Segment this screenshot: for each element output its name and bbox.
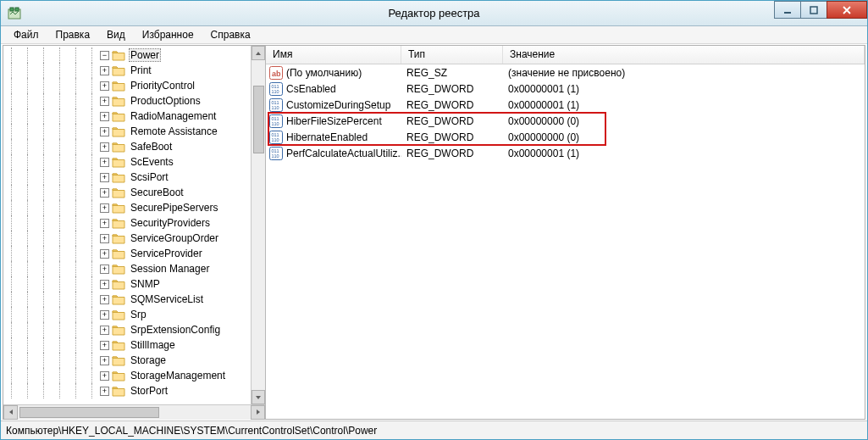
tree-expander-icon[interactable] bbox=[100, 295, 109, 304]
tree-node[interactable]: PriorityControl bbox=[3, 78, 251, 93]
tree-node-label: ScEvents bbox=[129, 156, 175, 168]
tree-node[interactable]: Srp bbox=[3, 307, 251, 322]
column-header-name[interactable]: Имя bbox=[266, 46, 401, 64]
tree-node[interactable]: SrpExtensionConfig bbox=[3, 322, 251, 337]
menu-file[interactable]: Файл bbox=[6, 27, 47, 42]
folder-icon bbox=[112, 232, 125, 244]
tree-expander-icon[interactable] bbox=[100, 234, 109, 243]
value-row[interactable]: HiberFileSizePercentREG_DWORD0x00000000 … bbox=[266, 113, 865, 129]
app-icon bbox=[8, 7, 21, 20]
scroll-right-arrow-icon[interactable] bbox=[251, 405, 265, 420]
tree-expander-icon[interactable] bbox=[100, 371, 109, 381]
svg-rect-1 bbox=[10, 8, 14, 11]
tree-node[interactable]: Power bbox=[3, 47, 251, 63]
tree-node[interactable]: ServiceProvider bbox=[3, 246, 251, 261]
tree-expander-icon[interactable] bbox=[100, 51, 109, 60]
tree-node[interactable]: SNMP bbox=[3, 276, 251, 292]
tree-node-label: SecureBoot bbox=[129, 187, 185, 198]
tree-node[interactable]: StorPort bbox=[3, 383, 251, 398]
binary-value-icon bbox=[269, 82, 283, 96]
tree-expander-icon[interactable] bbox=[100, 97, 109, 106]
tree-expander-icon[interactable] bbox=[100, 387, 109, 396]
tree-vertical-scrollbar[interactable] bbox=[251, 46, 265, 404]
tree-expander-icon[interactable] bbox=[100, 158, 109, 167]
tree-node[interactable]: ScsiPort bbox=[3, 170, 251, 185]
folder-icon bbox=[112, 64, 125, 76]
value-row[interactable]: (По умолчанию)REG_SZ(значение не присвое… bbox=[266, 64, 865, 81]
tree-expander-icon[interactable] bbox=[100, 203, 109, 213]
tree-node[interactable]: ServiceGroupOrder bbox=[3, 231, 251, 246]
tree-expander-icon[interactable] bbox=[100, 310, 109, 320]
tree-expander-icon[interactable] bbox=[100, 112, 109, 121]
column-header-type[interactable]: Тип bbox=[401, 46, 503, 64]
tree-node[interactable]: Remote Assistance bbox=[3, 124, 251, 139]
tree-node[interactable]: RadioManagement bbox=[3, 109, 251, 124]
scroll-up-arrow-icon[interactable] bbox=[252, 46, 265, 60]
tree-expander-icon[interactable] bbox=[100, 66, 109, 75]
tree-node-label: StillImage bbox=[129, 339, 177, 351]
tree-expander-icon[interactable] bbox=[100, 219, 109, 228]
titlebar[interactable]: Редактор реестра bbox=[1, 1, 867, 26]
column-header-value[interactable]: Значение bbox=[503, 46, 865, 64]
tree-expander-icon[interactable] bbox=[100, 188, 109, 198]
tree-node[interactable]: SQMServiceList bbox=[3, 292, 251, 307]
binary-value-icon bbox=[269, 114, 283, 128]
tree-node-label: Print bbox=[129, 64, 153, 76]
client-area: PowerPrintPriorityControlProductOptionsR… bbox=[3, 45, 865, 420]
close-button[interactable] bbox=[827, 1, 867, 19]
tree-expander-icon[interactable] bbox=[100, 356, 109, 365]
value-data: 0x00000001 (1) bbox=[503, 83, 865, 95]
folder-icon bbox=[112, 324, 125, 336]
scroll-thumb[interactable] bbox=[253, 86, 264, 153]
tree-node-label: SecurityProviders bbox=[129, 217, 212, 229]
tree-node-label: Power bbox=[129, 48, 161, 62]
tree-expander-icon[interactable] bbox=[100, 142, 109, 152]
tree-node[interactable]: ProductOptions bbox=[3, 93, 251, 109]
tree-pane: PowerPrintPriorityControlProductOptionsR… bbox=[3, 46, 266, 419]
tree-node-label: ServiceProvider bbox=[129, 248, 204, 259]
tree-expander-icon[interactable] bbox=[100, 341, 109, 350]
tree-expander-icon[interactable] bbox=[100, 249, 109, 259]
tree-node[interactable]: SafeBoot bbox=[3, 139, 251, 154]
tree-node-label: SQMServiceList bbox=[129, 293, 205, 305]
scroll-down-arrow-icon[interactable] bbox=[252, 390, 265, 404]
menu-view[interactable]: Вид bbox=[99, 27, 133, 42]
value-row[interactable]: CustomizeDuringSetupREG_DWORD0x00000001 … bbox=[266, 97, 865, 113]
tree-scroll[interactable]: PowerPrintPriorityControlProductOptionsR… bbox=[3, 46, 251, 404]
menu-edit[interactable]: Правка bbox=[48, 27, 98, 42]
tree-expander-icon[interactable] bbox=[100, 326, 109, 335]
value-row[interactable]: HibernateEnabledREG_DWORD0x00000000 (0) bbox=[266, 129, 865, 145]
tree-expander-icon[interactable] bbox=[100, 173, 109, 182]
scroll-thumb[interactable] bbox=[19, 407, 159, 418]
value-type: REG_DWORD bbox=[401, 99, 503, 111]
tree-node[interactable]: StillImage bbox=[3, 337, 251, 353]
value-name: PerfCalculateActualUtiliz... bbox=[286, 148, 401, 159]
scroll-left-arrow-icon[interactable] bbox=[3, 405, 18, 420]
minimize-button[interactable] bbox=[774, 1, 801, 19]
tree-expander-icon[interactable] bbox=[100, 127, 109, 136]
tree-expander-icon[interactable] bbox=[100, 81, 109, 91]
tree-horizontal-scrollbar[interactable] bbox=[3, 404, 265, 419]
tree-expander-icon[interactable] bbox=[100, 265, 109, 274]
tree-expander-icon[interactable] bbox=[100, 280, 109, 289]
tree-node[interactable]: Storage bbox=[3, 353, 251, 368]
tree-node[interactable]: Print bbox=[3, 63, 251, 78]
binary-value-icon bbox=[269, 98, 283, 112]
folder-icon bbox=[112, 339, 125, 351]
maximize-button[interactable] bbox=[800, 1, 827, 19]
value-row[interactable]: PerfCalculateActualUtiliz...REG_DWORD0x0… bbox=[266, 145, 865, 161]
menu-help[interactable]: Справка bbox=[203, 27, 258, 42]
tree-node[interactable]: SecurityProviders bbox=[3, 215, 251, 231]
tree-node-label: StorageManagement bbox=[129, 370, 227, 382]
value-row[interactable]: CsEnabledREG_DWORD0x00000001 (1) bbox=[266, 81, 865, 97]
scroll-track[interactable] bbox=[252, 60, 265, 390]
tree-node[interactable]: StorageManagement bbox=[3, 368, 251, 383]
registry-editor-window: Редактор реестра Файл Правка Вид Избранн… bbox=[0, 0, 868, 440]
tree-node[interactable]: Session Manager bbox=[3, 261, 251, 276]
tree-node[interactable]: SecurePipeServers bbox=[3, 200, 251, 215]
tree-node[interactable]: SecureBoot bbox=[3, 185, 251, 200]
list-body[interactable]: (По умолчанию)REG_SZ(значение не присвое… bbox=[266, 64, 865, 419]
scroll-track[interactable] bbox=[18, 405, 251, 420]
menu-favorites[interactable]: Избранное bbox=[135, 27, 202, 42]
tree-node[interactable]: ScEvents bbox=[3, 154, 251, 170]
